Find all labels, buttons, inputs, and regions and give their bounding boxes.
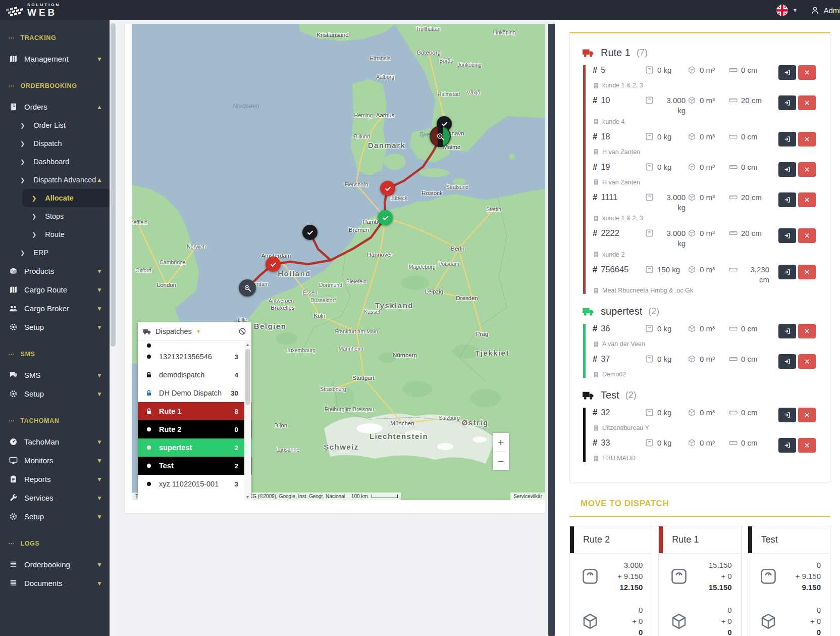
move-order-button[interactable] <box>778 132 796 146</box>
chevron-right-icon: ❯ <box>20 140 25 147</box>
sidebar-item-cargo-broker[interactable]: Cargo Broker▼ <box>0 299 110 318</box>
move-order-button[interactable] <box>778 324 796 338</box>
sidebar-item-setup[interactable]: Setup▼ <box>0 507 110 526</box>
sidebar-item-dashboard[interactable]: ❯Dashboard <box>0 153 110 171</box>
zoom-in-button[interactable]: + <box>493 433 509 451</box>
map-canvas[interactable]: KristiansandTrollhättanGöteborgBoråsJönk… <box>132 24 545 500</box>
order-group-name: supertest <box>601 306 642 317</box>
dispatch-item-partial[interactable] <box>138 341 251 348</box>
right-panel-scrollbar[interactable] <box>548 24 555 636</box>
sidebar-item-dispatch-advanced[interactable]: ❯Dispatch Advanced▲ <box>0 171 110 189</box>
sidebar-item-erp[interactable]: ❯ERP <box>0 243 110 262</box>
order-customer: A van der Veen <box>593 340 816 348</box>
sidebar-item-setup[interactable]: Setup▼ <box>0 384 110 403</box>
remove-order-button[interactable] <box>798 408 816 422</box>
sidebar-item-sms[interactable]: SMS▼ <box>0 366 110 384</box>
move-order-button[interactable] <box>778 65 796 80</box>
order-entry-actions <box>777 324 816 338</box>
circle-icon <box>145 480 153 487</box>
dispatch-item-rute-2[interactable]: Rute 20 <box>138 420 251 438</box>
move-order-button[interactable] <box>778 95 796 110</box>
sidebar-item-tachoman[interactable]: TachoMan▼ <box>0 432 110 451</box>
remove-order-button[interactable] <box>798 324 816 338</box>
order-weight-value: 0 kg <box>657 162 671 172</box>
order-group-header-test: Test(2) <box>582 389 816 402</box>
remove-order-button[interactable] <box>798 162 816 177</box>
move-order-button[interactable] <box>778 162 796 177</box>
map-marker-cluster-zoom[interactable] <box>239 279 256 297</box>
sidebar-item-services[interactable]: Services▼ <box>0 488 110 507</box>
sidebar-item-route[interactable]: ❯Route <box>0 225 110 243</box>
order-customer-name: kunde 2 <box>602 251 624 258</box>
sidebar-scrollbar-thumb[interactable] <box>111 23 116 347</box>
dispatches-scrollbar[interactable]: ▲ ▼ <box>244 341 251 500</box>
sidebar-item-orderbooking[interactable]: Orderbooking▼ <box>0 555 110 574</box>
move-order-button[interactable] <box>778 408 796 422</box>
scroll-down-icon[interactable]: ▼ <box>244 494 251 500</box>
scroll-up-icon[interactable]: ▲ <box>244 341 251 348</box>
sidebar-item-documents[interactable]: Documents▼ <box>0 574 110 593</box>
dispatch-item-rute-1[interactable]: Rute 18 <box>138 402 251 420</box>
ruler-icon <box>729 193 738 202</box>
move-card-rute-2: Rute 23.000+ 9.15012.1500+ 0020+ 3.2103.… <box>569 526 652 636</box>
move-card-title: Test <box>748 526 830 554</box>
map-marker-check[interactable] <box>380 181 395 196</box>
weight: 3.000 kg <box>645 192 688 213</box>
sidebar-scrollbar[interactable] <box>110 20 117 636</box>
remove-order-button[interactable] <box>798 132 816 146</box>
sidebar-item-dispatch[interactable]: ❯Dispatch <box>0 134 110 153</box>
remove-order-button[interactable] <box>798 65 816 80</box>
dispatch-item-demodispatch[interactable]: demodispatch4 <box>138 366 251 384</box>
sidebar-item-order-list[interactable]: ❯Order List <box>0 116 110 134</box>
terms-link[interactable]: Servicevilkår <box>510 493 545 500</box>
move-order-button[interactable] <box>778 228 796 243</box>
user-menu[interactable]: Admin <box>811 6 840 15</box>
remove-order-button[interactable] <box>798 354 816 369</box>
building-icon <box>593 82 599 89</box>
order-entry-actions <box>777 438 816 453</box>
cube-icon <box>688 163 696 171</box>
move-order-button[interactable] <box>778 354 796 369</box>
move-order-button[interactable] <box>778 438 796 453</box>
dispatch-item-test[interactable]: Test2 <box>138 457 251 475</box>
language-selector[interactable]: ▼ <box>776 4 798 17</box>
weight-scale-icon <box>645 438 654 447</box>
sidebar-item-monitors[interactable]: Monitors▼ <box>0 451 110 470</box>
ban-icon[interactable] <box>232 327 246 335</box>
dispatch-item-supertest[interactable]: supertest2 <box>138 438 251 457</box>
sidebar-item-reports[interactable]: Reports▼ <box>0 470 110 488</box>
weight-scale-icon <box>645 265 654 274</box>
weight-scale-icon <box>645 355 654 363</box>
sidebar-item-label: Cargo Route <box>24 285 96 294</box>
order-group-name: Test <box>601 389 619 401</box>
dispatch-item-xyz-11022015-001[interactable]: xyz 11022015-0013 <box>138 475 251 493</box>
remove-order-button[interactable] <box>798 95 816 110</box>
move-order-button[interactable] <box>778 192 796 207</box>
sidebar-item-stops[interactable]: ❯Stops <box>0 207 110 225</box>
right-panel: Rute 1(7)#50 kg0 m³0 cmkunde 1 & 2, 3#10… <box>555 20 840 636</box>
map-marker-check[interactable] <box>266 257 281 272</box>
dispatch-item-1321321356546[interactable]: 13213213565463 <box>138 348 251 366</box>
map-marker-check[interactable] <box>302 225 318 240</box>
map-marker-check[interactable] <box>378 210 393 225</box>
dispatch-item-dh-demo-dispatch[interactable]: DH Demo Dispatch30 <box>138 384 251 402</box>
remove-order-button[interactable] <box>798 228 816 243</box>
dispatches-header[interactable]: Dispatches ▼ <box>138 322 251 341</box>
move-order-button[interactable] <box>778 265 796 279</box>
remove-order-button[interactable] <box>798 438 816 453</box>
dispatches-scrollbar-thumb[interactable] <box>245 349 250 405</box>
sidebar-item-orders[interactable]: Orders▲ <box>0 97 110 116</box>
zoom-out-button[interactable]: − <box>493 452 509 470</box>
sidebar-item-allocate[interactable]: ❯Allocate <box>22 189 110 207</box>
sidebar-item-cargo-route[interactable]: Cargo Route▼ <box>0 280 110 299</box>
sidebar-item-management[interactable]: Management▼ <box>0 50 110 68</box>
sidebar-item-products[interactable]: Products▼ <box>0 262 110 280</box>
remove-order-button[interactable] <box>798 265 816 279</box>
stat-total: 9.150 <box>796 582 821 593</box>
remove-order-button[interactable] <box>798 192 816 207</box>
check-icon <box>384 185 392 192</box>
sidebar-item-setup[interactable]: Setup▼ <box>0 318 110 336</box>
map-marker-cluster[interactable] <box>430 126 451 147</box>
ruler-icon <box>729 163 738 171</box>
order-customer-name: Demo02 <box>602 371 626 378</box>
